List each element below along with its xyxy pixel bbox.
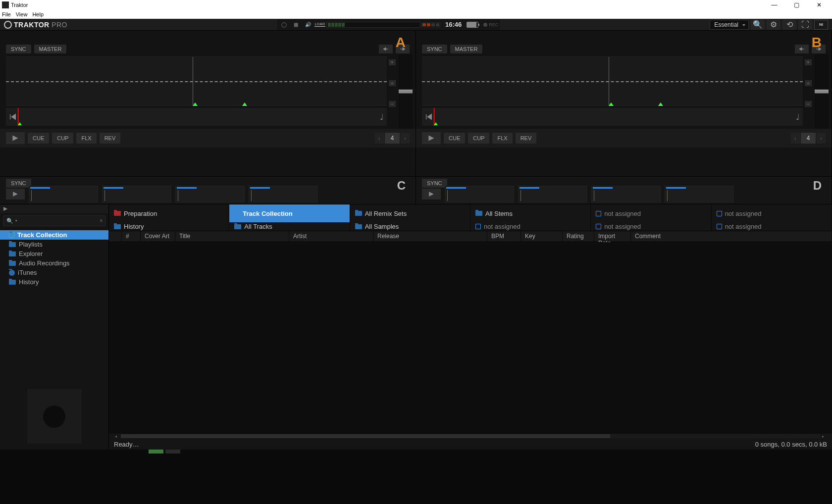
deck-b-waveform[interactable] (422, 56, 803, 106)
deck-b-play-button[interactable] (422, 132, 441, 144)
deck-a-rev-button[interactable]: REV (100, 133, 121, 144)
favorite-not-assigned[interactable]: not assigned (591, 222, 711, 231)
deck-b-flx-button[interactable]: FLX (492, 133, 512, 144)
ni-logo-icon[interactable]: NI (814, 20, 828, 30)
scrollbar-thumb[interactable] (121, 434, 610, 438)
speaker-icon[interactable]: 🔊 (303, 20, 313, 29)
favorite-preparation[interactable]: Preparation (109, 204, 229, 222)
deck-a-tempo-minus[interactable]: − (389, 101, 396, 107)
scroll-right-icon[interactable]: ▸ (822, 434, 826, 439)
sidebar-item-history[interactable]: History (0, 277, 108, 287)
deck-a-master-button[interactable]: MASTER (34, 45, 67, 53)
favorite-all-samples[interactable]: All Samples (350, 222, 470, 231)
chevron-down-icon[interactable]: ▾ (15, 219, 17, 223)
load-button[interactable]: LOAD (314, 20, 325, 29)
col-comment[interactable]: Comment (631, 231, 832, 242)
favorite-not-assigned[interactable]: not assigned (470, 222, 591, 231)
deck-a-flx-button[interactable]: FLX (76, 133, 96, 144)
record-button[interactable]: REC (483, 22, 498, 27)
deck-b-tempo-minus[interactable]: − (805, 101, 812, 107)
col-icon[interactable] (109, 231, 122, 242)
deck-b-pitch-fader[interactable] (815, 54, 829, 129)
favorite-history[interactable]: History (109, 222, 229, 231)
search-icon[interactable]: 🔍 (751, 20, 765, 30)
deck-b-tempo-eq[interactable]: = (805, 80, 812, 86)
col-key[interactable]: Key (521, 231, 563, 242)
deck-a-overview[interactable]: ♩ (6, 108, 387, 126)
deck-d-sample-slot-2[interactable] (518, 186, 587, 202)
cruise-icon[interactable]: ⟲ (782, 20, 796, 30)
deck-c-sample-slot-1[interactable] (29, 186, 98, 202)
col-release[interactable]: Release (373, 231, 487, 242)
menu-file[interactable]: File (2, 11, 11, 17)
deck-a-pitch-fader[interactable] (399, 54, 413, 129)
deck-c-sync-button[interactable]: SYNC (6, 179, 31, 188)
col-bpm[interactable]: BPM (487, 231, 521, 242)
deck-a-loop-inc[interactable]: › (401, 133, 410, 144)
deck-c-play-button[interactable] (6, 189, 25, 200)
deck-d-sample-slot-4[interactable] (665, 186, 734, 202)
deck-b-loop-size[interactable]: 4 (801, 133, 816, 144)
deck-c-sample-slot-4[interactable] (249, 186, 318, 202)
deck-c-sample-slot-2[interactable] (102, 186, 171, 202)
sidebar-item-audio-recordings[interactable]: Audio Recordings (0, 258, 108, 268)
minimize-button[interactable]: — (763, 0, 785, 10)
col-number[interactable]: # (122, 231, 141, 242)
track-table-body[interactable] (109, 242, 832, 434)
favorite-not-assigned[interactable]: not assigned (712, 204, 832, 222)
maximize-button[interactable]: ▢ (785, 0, 808, 10)
search-input[interactable]: 🔍▾ × (3, 215, 105, 226)
col-cover[interactable]: Cover Art (141, 231, 175, 242)
col-artist[interactable]: Artist (289, 231, 373, 242)
deck-a-loop-dec[interactable]: ‹ (375, 133, 384, 144)
skip-back-icon[interactable] (9, 113, 17, 121)
quantize-icon[interactable]: ▦ (291, 20, 302, 29)
col-import[interactable]: Import Date (594, 231, 631, 242)
menu-view[interactable]: View (16, 11, 28, 17)
deck-a-play-button[interactable] (6, 132, 25, 144)
deck-b-loop-inc[interactable]: › (817, 133, 826, 144)
deck-d-sample-slot-3[interactable] (591, 186, 661, 202)
deck-b-overview[interactable]: ♩ (422, 108, 803, 126)
deck-c-sample-slot-3[interactable] (175, 186, 245, 202)
deck-b-loop-dec[interactable]: ‹ (791, 133, 800, 144)
favorite-not-assigned[interactable]: not assigned (712, 222, 832, 231)
deck-b-prev-icon[interactable] (795, 45, 809, 53)
deck-b-tempo-plus[interactable]: + (805, 59, 812, 65)
sidebar-item-track-collection[interactable]: Track Collection (0, 230, 108, 240)
menu-help[interactable]: Help (32, 11, 44, 17)
fullscreen-icon[interactable]: ⛶ (798, 20, 812, 30)
favorite-not-assigned[interactable]: not assigned (591, 204, 711, 222)
deck-a-tempo-eq[interactable]: = (389, 80, 396, 86)
sidebar-item-itunes[interactable]: iTunes (0, 268, 108, 277)
deck-d-sync-button[interactable]: SYNC (422, 179, 447, 188)
deck-a-sync-button[interactable]: SYNC (6, 45, 31, 53)
col-rating[interactable]: Rating (563, 231, 594, 242)
deck-b-cue-button[interactable]: CUE (444, 133, 465, 144)
deck-a-waveform[interactable] (6, 56, 387, 106)
favorite-track-collection[interactable]: Track Collection (229, 204, 350, 222)
horizontal-scrollbar[interactable]: ◂ ▸ (109, 434, 832, 439)
deck-b-sync-button[interactable]: SYNC (422, 45, 447, 53)
deck-a-prev-icon[interactable] (379, 45, 393, 53)
favorite-all-stems[interactable]: All Stems (470, 204, 591, 222)
scroll-left-icon[interactable]: ◂ (115, 434, 119, 439)
settings-icon[interactable]: ⚙ (767, 20, 780, 30)
skip-back-icon[interactable] (425, 113, 433, 121)
deck-a-cue-button[interactable]: CUE (28, 133, 49, 144)
deck-a-tempo-plus[interactable]: + (389, 59, 396, 65)
preview-play-icon[interactable] (3, 206, 8, 211)
col-title[interactable]: Title (175, 231, 289, 242)
clear-search-icon[interactable]: × (100, 217, 103, 224)
deck-d-play-button[interactable] (422, 189, 441, 200)
close-button[interactable]: ✕ (808, 0, 830, 10)
sidebar-item-explorer[interactable]: Explorer (0, 249, 108, 258)
layout-select[interactable]: Essential (710, 20, 749, 30)
deck-d-sample-slot-1[interactable] (445, 186, 514, 202)
deck-b-rev-button[interactable]: REV (516, 133, 537, 144)
favorite-all-remix-sets[interactable]: All Remix Sets (350, 204, 470, 222)
deck-a-loop-size[interactable]: 4 (385, 133, 400, 144)
sidebar-item-playlists[interactable]: Playlists (0, 240, 108, 249)
metronome-icon[interactable]: ◯ (279, 20, 290, 29)
favorite-all-tracks[interactable]: All Tracks (229, 222, 350, 231)
